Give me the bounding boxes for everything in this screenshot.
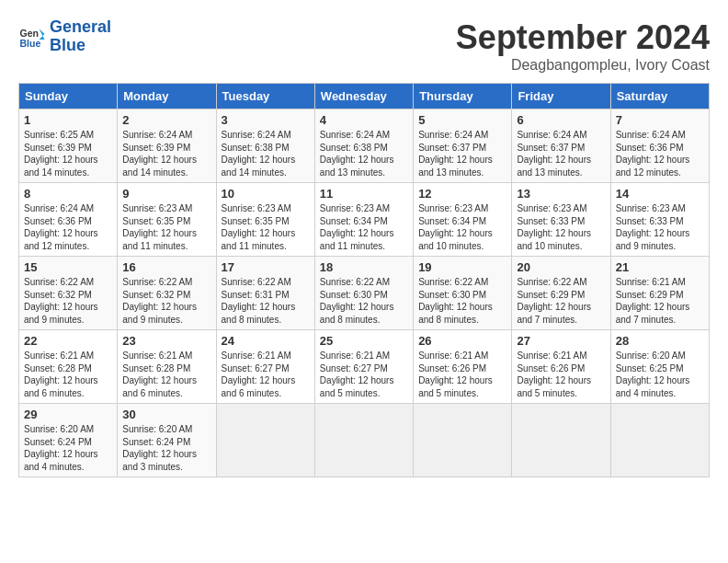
day-number: 28 [616, 334, 704, 348]
day-detail: Sunrise: 6:21 AMSunset: 6:27 PMDaylight:… [222, 350, 296, 398]
col-thursday: Thursday [414, 84, 512, 109]
calendar-day-cell [414, 404, 512, 477]
calendar-day-cell [610, 404, 709, 477]
day-detail: Sunrise: 6:20 AMSunset: 6:24 PMDaylight:… [122, 424, 197, 472]
day-detail: Sunrise: 6:23 AMSunset: 6:34 PMDaylight:… [320, 203, 394, 251]
day-number: 2 [122, 113, 210, 127]
calendar-day-cell: 4 Sunrise: 6:24 AMSunset: 6:38 PMDayligh… [314, 109, 413, 183]
day-detail: Sunrise: 6:23 AMSunset: 6:35 PMDaylight:… [122, 203, 197, 251]
calendar-day-cell: 20 Sunrise: 6:22 AMSunset: 6:29 PMDaylig… [512, 257, 610, 330]
day-detail: Sunrise: 6:21 AMSunset: 6:26 PMDaylight:… [418, 350, 493, 398]
day-number: 4 [320, 113, 408, 127]
day-detail: Sunrise: 6:21 AMSunset: 6:28 PMDaylight:… [24, 350, 98, 398]
location-subtitle: Deagbangompleu, Ivory Coast [456, 57, 710, 74]
day-detail: Sunrise: 6:21 AMSunset: 6:27 PMDaylight:… [320, 350, 394, 398]
calendar-day-cell: 11 Sunrise: 6:23 AMSunset: 6:34 PMDaylig… [314, 183, 413, 257]
day-detail: Sunrise: 6:22 AMSunset: 6:30 PMDaylight:… [320, 277, 394, 325]
day-detail: Sunrise: 6:24 AMSunset: 6:36 PMDaylight:… [616, 130, 690, 178]
calendar-day-cell: 8 Sunrise: 6:24 AMSunset: 6:36 PMDayligh… [19, 183, 118, 257]
day-detail: Sunrise: 6:23 AMSunset: 6:33 PMDaylight:… [616, 203, 690, 251]
month-year-title: September 2024 [456, 18, 710, 57]
calendar-day-cell: 7 Sunrise: 6:24 AMSunset: 6:36 PMDayligh… [610, 109, 709, 183]
calendar-day-cell: 16 Sunrise: 6:22 AMSunset: 6:32 PMDaylig… [118, 257, 216, 330]
day-detail: Sunrise: 6:24 AMSunset: 6:37 PMDaylight:… [517, 130, 591, 178]
day-detail: Sunrise: 6:23 AMSunset: 6:34 PMDaylight:… [418, 203, 493, 251]
col-sunday: Sunday [19, 84, 118, 109]
calendar-day-cell: 29 Sunrise: 6:20 AMSunset: 6:24 PMDaylig… [19, 404, 118, 477]
day-number: 30 [122, 408, 210, 421]
day-number: 3 [222, 113, 310, 127]
svg-text:Blue: Blue [20, 37, 41, 48]
calendar-day-cell [512, 404, 610, 477]
day-number: 26 [418, 334, 506, 348]
day-number: 23 [122, 334, 210, 348]
day-number: 19 [418, 260, 506, 274]
day-detail: Sunrise: 6:24 AMSunset: 6:37 PMDaylight:… [418, 130, 493, 178]
day-number: 25 [320, 334, 408, 348]
page-header: Gen Blue GeneralBlue September 2024 Deag… [18, 18, 710, 74]
day-number: 8 [24, 187, 112, 201]
calendar-day-cell: 15 Sunrise: 6:22 AMSunset: 6:32 PMDaylig… [19, 257, 118, 330]
calendar-day-cell: 6 Sunrise: 6:24 AMSunset: 6:37 PMDayligh… [512, 109, 610, 183]
calendar-day-cell: 26 Sunrise: 6:21 AMSunset: 6:26 PMDaylig… [414, 330, 512, 404]
calendar-week-row: 8 Sunrise: 6:24 AMSunset: 6:36 PMDayligh… [19, 183, 710, 257]
day-detail: Sunrise: 6:22 AMSunset: 6:31 PMDaylight:… [222, 277, 296, 325]
calendar-week-row: 29 Sunrise: 6:20 AMSunset: 6:24 PMDaylig… [19, 404, 710, 477]
calendar-day-cell [314, 404, 413, 477]
calendar-day-cell: 28 Sunrise: 6:20 AMSunset: 6:25 PMDaylig… [610, 330, 709, 404]
day-number: 21 [616, 260, 704, 274]
calendar-day-cell: 14 Sunrise: 6:23 AMSunset: 6:33 PMDaylig… [610, 183, 709, 257]
calendar-day-cell: 24 Sunrise: 6:21 AMSunset: 6:27 PMDaylig… [216, 330, 314, 404]
calendar-day-cell: 12 Sunrise: 6:23 AMSunset: 6:34 PMDaylig… [414, 183, 512, 257]
day-detail: Sunrise: 6:22 AMSunset: 6:32 PMDaylight:… [24, 277, 98, 325]
day-detail: Sunrise: 6:21 AMSunset: 6:26 PMDaylight:… [517, 350, 591, 398]
day-number: 17 [222, 260, 310, 274]
calendar-day-cell: 25 Sunrise: 6:21 AMSunset: 6:27 PMDaylig… [314, 330, 413, 404]
col-monday: Monday [118, 84, 216, 109]
calendar-day-cell: 3 Sunrise: 6:24 AMSunset: 6:38 PMDayligh… [216, 109, 314, 183]
day-number: 12 [418, 187, 506, 201]
day-number: 22 [24, 334, 112, 348]
calendar-day-cell: 21 Sunrise: 6:21 AMSunset: 6:29 PMDaylig… [610, 257, 709, 330]
day-number: 16 [122, 260, 210, 274]
day-detail: Sunrise: 6:25 AMSunset: 6:39 PMDaylight:… [24, 130, 98, 178]
calendar-day-cell: 2 Sunrise: 6:24 AMSunset: 6:39 PMDayligh… [118, 109, 216, 183]
day-detail: Sunrise: 6:21 AMSunset: 6:28 PMDaylight:… [122, 350, 197, 398]
calendar-week-row: 22 Sunrise: 6:21 AMSunset: 6:28 PMDaylig… [19, 330, 710, 404]
day-number: 13 [517, 187, 605, 201]
day-number: 18 [320, 260, 408, 274]
logo: Gen Blue GeneralBlue [18, 18, 111, 55]
day-detail: Sunrise: 6:24 AMSunset: 6:38 PMDaylight:… [320, 130, 394, 178]
calendar-day-cell: 10 Sunrise: 6:23 AMSunset: 6:35 PMDaylig… [216, 183, 314, 257]
day-detail: Sunrise: 6:22 AMSunset: 6:32 PMDaylight:… [122, 277, 197, 325]
col-wednesday: Wednesday [314, 84, 413, 109]
calendar-table: Sunday Monday Tuesday Wednesday Thursday… [18, 83, 710, 477]
title-block: September 2024 Deagbangompleu, Ivory Coa… [456, 18, 710, 74]
calendar-day-cell [216, 404, 314, 477]
calendar-day-cell: 23 Sunrise: 6:21 AMSunset: 6:28 PMDaylig… [118, 330, 216, 404]
day-detail: Sunrise: 6:20 AMSunset: 6:25 PMDaylight:… [616, 350, 690, 398]
calendar-day-cell: 22 Sunrise: 6:21 AMSunset: 6:28 PMDaylig… [19, 330, 118, 404]
calendar-week-row: 15 Sunrise: 6:22 AMSunset: 6:32 PMDaylig… [19, 257, 710, 330]
col-saturday: Saturday [610, 84, 709, 109]
day-number: 20 [517, 260, 605, 274]
day-number: 14 [616, 187, 704, 201]
day-number: 10 [222, 187, 310, 201]
logo-text: GeneralBlue [50, 18, 111, 55]
day-number: 24 [222, 334, 310, 348]
col-tuesday: Tuesday [216, 84, 314, 109]
day-number: 7 [616, 113, 704, 127]
calendar-day-cell: 17 Sunrise: 6:22 AMSunset: 6:31 PMDaylig… [216, 257, 314, 330]
calendar-day-cell: 1 Sunrise: 6:25 AMSunset: 6:39 PMDayligh… [19, 109, 118, 183]
day-number: 27 [517, 334, 605, 348]
day-detail: Sunrise: 6:20 AMSunset: 6:24 PMDaylight:… [24, 424, 98, 472]
calendar-week-row: 1 Sunrise: 6:25 AMSunset: 6:39 PMDayligh… [19, 109, 710, 183]
calendar-day-cell: 30 Sunrise: 6:20 AMSunset: 6:24 PMDaylig… [118, 404, 216, 477]
day-detail: Sunrise: 6:22 AMSunset: 6:29 PMDaylight:… [517, 277, 591, 325]
calendar-day-cell: 5 Sunrise: 6:24 AMSunset: 6:37 PMDayligh… [414, 109, 512, 183]
calendar-day-cell: 9 Sunrise: 6:23 AMSunset: 6:35 PMDayligh… [118, 183, 216, 257]
col-friday: Friday [512, 84, 610, 109]
calendar-day-cell: 18 Sunrise: 6:22 AMSunset: 6:30 PMDaylig… [314, 257, 413, 330]
calendar-day-cell: 13 Sunrise: 6:23 AMSunset: 6:33 PMDaylig… [512, 183, 610, 257]
day-detail: Sunrise: 6:23 AMSunset: 6:35 PMDaylight:… [222, 203, 296, 251]
